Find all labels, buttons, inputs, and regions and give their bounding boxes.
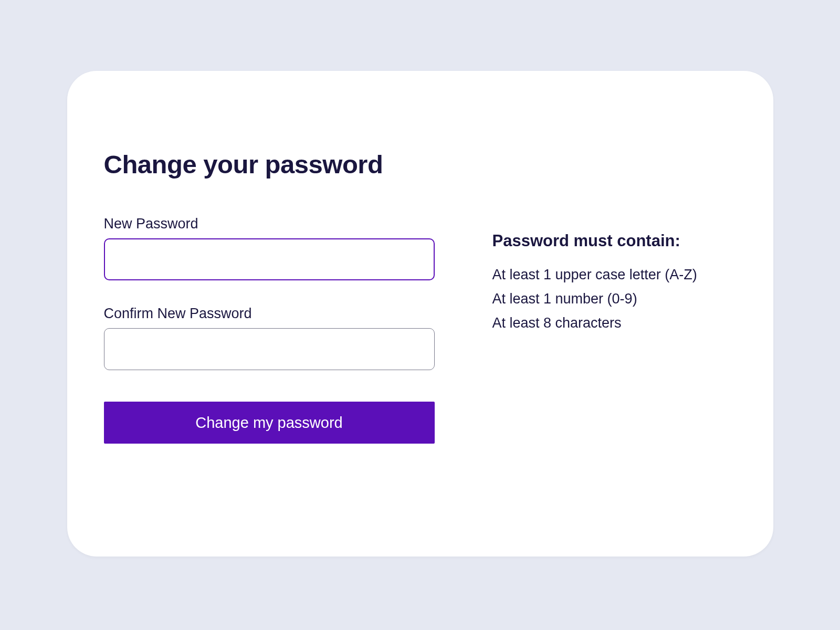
rules-heading: Password must contain: xyxy=(492,232,697,250)
page-title: Change your password xyxy=(104,150,737,179)
new-password-group: New Password xyxy=(104,216,435,280)
content-columns: New Password Confirm New Password Change… xyxy=(104,216,737,444)
confirm-password-group: Confirm New Password xyxy=(104,306,435,370)
rule-item: At least 8 characters xyxy=(492,311,697,335)
form-column: New Password Confirm New Password Change… xyxy=(104,216,435,444)
confirm-password-input[interactable] xyxy=(104,328,435,370)
rules-list: At least 1 upper case letter (A-Z) At le… xyxy=(492,263,697,335)
change-password-card: Change your password New Password Confir… xyxy=(67,71,773,556)
change-password-button[interactable]: Change my password xyxy=(104,402,435,444)
new-password-input[interactable] xyxy=(104,238,435,280)
rule-item: At least 1 number (0-9) xyxy=(492,287,697,311)
new-password-label: New Password xyxy=(104,216,435,232)
rule-item: At least 1 upper case letter (A-Z) xyxy=(492,263,697,287)
confirm-password-label: Confirm New Password xyxy=(104,306,435,322)
password-rules-column: Password must contain: At least 1 upper … xyxy=(492,216,697,335)
